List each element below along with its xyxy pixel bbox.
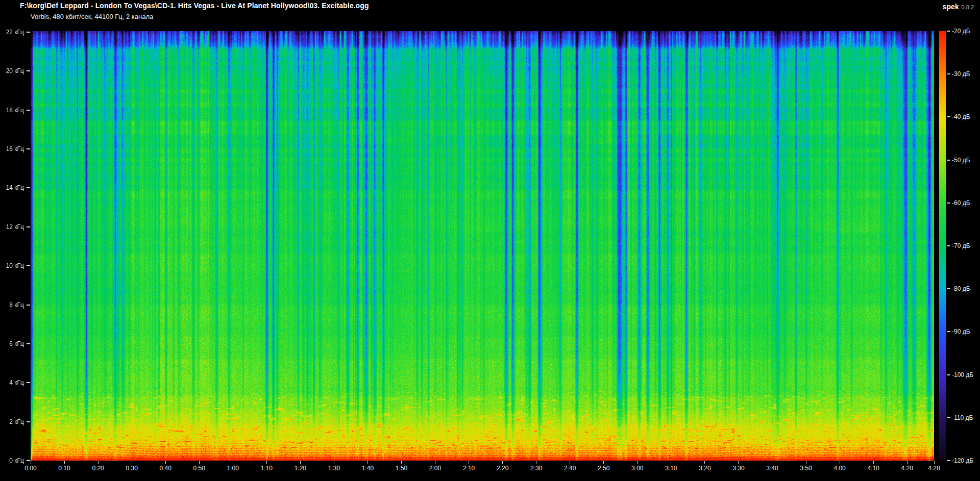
time-tick-label: 4:28	[928, 465, 940, 472]
time-tick	[536, 461, 536, 464]
time-tick-label: 1:20	[295, 465, 306, 472]
time-tick-label: 1:10	[261, 465, 273, 472]
time-tick	[603, 461, 604, 464]
db-tick	[947, 160, 950, 161]
time-tick	[401, 461, 402, 464]
time-tick	[873, 461, 874, 464]
spectrogram-canvas	[31, 31, 934, 461]
frequency-tick	[27, 226, 30, 227]
time-tick-label: 2:30	[530, 465, 542, 472]
time-tick	[435, 461, 435, 464]
frequency-tick-label: 14 кГц	[0, 184, 24, 191]
time-tick	[334, 461, 334, 464]
frequency-tick-label: 16 кГц	[0, 145, 24, 153]
time-tick	[738, 461, 739, 464]
db-tick-label: -30 дБ	[952, 70, 970, 78]
time-tick	[98, 461, 99, 464]
time-tick-label: 3:40	[766, 465, 778, 472]
time-tick-label: 0:20	[92, 465, 104, 472]
frequency-tick-label: 0 кГц	[0, 457, 24, 464]
time-tick-label: 1:30	[328, 465, 340, 472]
time-tick	[704, 461, 705, 464]
time-tick-label: 4:10	[867, 465, 879, 472]
frequency-tick	[27, 32, 30, 33]
time-tick	[637, 461, 638, 464]
time-tick-label: 0:10	[58, 465, 70, 472]
db-tick	[947, 245, 950, 246]
frequency-tick-label: 20 кГц	[0, 67, 24, 74]
time-tick	[671, 461, 671, 464]
time-tick-label: 3:10	[665, 465, 677, 472]
app-version-badge: spek 0.8.2	[943, 3, 974, 11]
frequency-tick	[27, 148, 30, 149]
time-tick	[772, 461, 772, 464]
time-tick	[31, 461, 31, 464]
time-tick-label: 3:50	[800, 465, 812, 472]
db-tick-label: -60 дБ	[952, 199, 970, 207]
db-tick-label: -40 дБ	[952, 113, 970, 120]
frequency-tick	[27, 343, 30, 344]
time-tick-label: 2:20	[497, 465, 508, 472]
frequency-tick	[27, 70, 30, 71]
frequency-tick-label: 22 кГц	[0, 29, 24, 36]
time-tick	[165, 461, 166, 464]
db-tick	[947, 288, 950, 289]
time-tick-label: 3:00	[631, 465, 643, 472]
time-tick	[266, 461, 267, 464]
db-tick-label: -80 дБ	[952, 285, 970, 292]
time-tick	[199, 461, 200, 464]
frequency-tick-label: 2 кГц	[0, 418, 24, 425]
time-tick-label: 1:50	[396, 465, 407, 472]
frequency-tick-label: 18 кГц	[0, 107, 24, 114]
stream-info: Vorbis, 480 кбит/сек, 44100 Гц, 2 канала	[31, 13, 153, 20]
time-tick	[840, 461, 840, 464]
time-tick	[64, 461, 65, 464]
db-tick	[947, 374, 950, 375]
time-tick	[233, 461, 233, 464]
time-tick	[132, 461, 132, 464]
db-tick-label: -50 дБ	[952, 157, 970, 164]
db-tick	[947, 73, 950, 74]
time-tick-label: 4:20	[901, 465, 913, 472]
frequency-tick	[27, 382, 30, 383]
file-path-title: F:\korg\Def Leppard - London To Vegas\CD…	[20, 2, 369, 10]
time-tick	[502, 461, 503, 464]
time-tick-label: 3:20	[699, 465, 710, 472]
db-tick-label: -90 дБ	[952, 328, 970, 335]
time-tick	[300, 461, 301, 464]
time-tick	[469, 461, 469, 464]
time-tick-label: 0:00	[24, 465, 36, 472]
db-tick	[947, 31, 950, 32]
time-tick-label: 4:00	[834, 465, 845, 472]
spek-window: F:\korg\Def Leppard - London To Vegas\CD…	[0, 0, 980, 481]
time-tick-label: 1:00	[227, 465, 239, 472]
time-tick-label: 2:50	[598, 465, 609, 472]
time-tick-label: 2:10	[463, 465, 475, 472]
time-tick-label: 0:50	[193, 465, 205, 472]
frequency-tick-label: 4 кГц	[0, 379, 24, 386]
app-version-number: 0.8.2	[962, 4, 974, 10]
frequency-tick	[27, 265, 30, 266]
db-tick	[947, 417, 950, 418]
app-name: spek	[943, 3, 959, 11]
time-tick-label: 0:40	[159, 465, 171, 472]
colorbar-canvas	[939, 31, 946, 461]
db-tick	[947, 331, 950, 332]
frequency-tick	[27, 110, 30, 111]
db-tick-label: -120 дБ	[952, 457, 973, 464]
time-tick-label: 2:40	[564, 465, 576, 472]
time-tick	[806, 461, 806, 464]
frequency-tick-label: 10 кГц	[0, 262, 24, 269]
time-tick-label: 1:40	[362, 465, 374, 472]
time-tick	[907, 461, 908, 464]
db-tick	[947, 460, 950, 461]
db-tick	[947, 116, 950, 117]
db-tick	[947, 202, 950, 204]
frequency-tick-label: 6 кГц	[0, 340, 24, 347]
time-tick-label: 0:30	[126, 465, 137, 472]
time-tick	[934, 461, 935, 464]
db-tick-label: -110 дБ	[952, 414, 973, 421]
db-tick-label: -70 дБ	[952, 242, 970, 249]
time-tick-label: 2:00	[429, 465, 441, 472]
frequency-tick-label: 8 кГц	[0, 301, 24, 309]
